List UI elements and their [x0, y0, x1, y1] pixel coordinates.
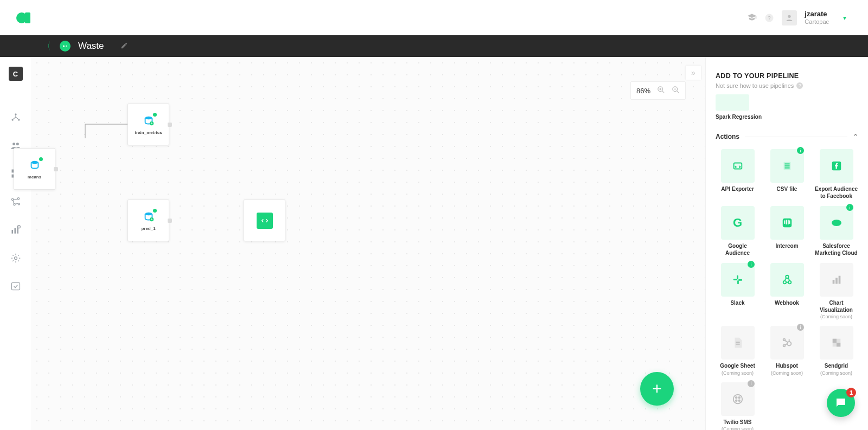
svg-point-2 [788, 15, 791, 17]
svg-text:?: ? [768, 15, 771, 21]
svg-point-3 [63, 46, 65, 47]
back-icon[interactable]: 〈 [44, 40, 50, 53]
brand-logo[interactable] [16, 12, 30, 23]
edit-icon[interactable] [120, 42, 128, 51]
user-menu[interactable]: jzarate Cartopac [805, 10, 829, 25]
user-avatar[interactable] [782, 10, 797, 25]
help-icon[interactable]: ? [764, 13, 774, 23]
user-name: jzarate [805, 10, 829, 18]
project-name: Waste [78, 41, 104, 52]
project-icon [60, 41, 71, 52]
project-titlebar: 〈 Waste [0, 35, 868, 57]
user-org: Cartopac [805, 18, 829, 25]
chevron-down-icon[interactable]: ▾ [843, 14, 846, 22]
academy-icon[interactable] [747, 13, 757, 23]
svg-point-4 [66, 46, 67, 47]
